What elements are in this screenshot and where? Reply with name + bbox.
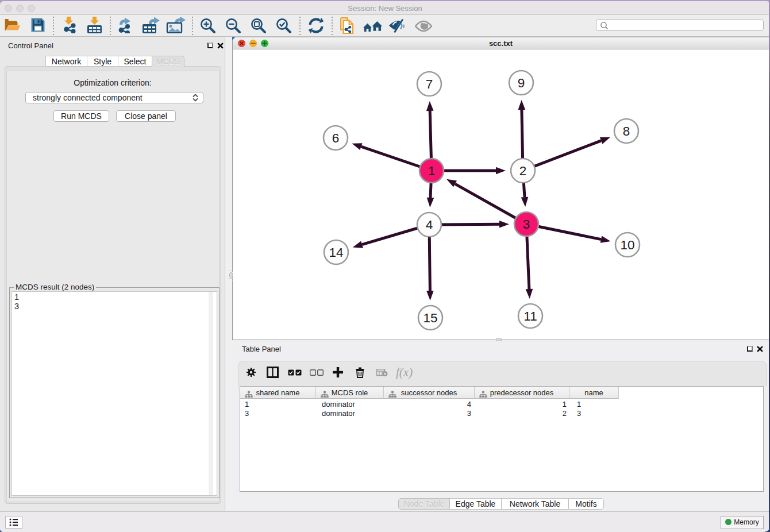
svg-text:2: 2 bbox=[519, 164, 527, 178]
svg-text:11: 11 bbox=[523, 309, 537, 323]
svg-text:8: 8 bbox=[623, 124, 630, 138]
svg-text:9: 9 bbox=[518, 76, 525, 90]
svg-text:7: 7 bbox=[426, 77, 433, 91]
svg-text:1: 1 bbox=[428, 164, 436, 178]
svg-text:15: 15 bbox=[423, 311, 437, 325]
svg-text:3: 3 bbox=[523, 217, 530, 232]
svg-text:10: 10 bbox=[620, 238, 634, 252]
svg-text:4: 4 bbox=[426, 218, 433, 232]
svg-text:14: 14 bbox=[329, 245, 343, 260]
svg-text:6: 6 bbox=[332, 131, 340, 145]
